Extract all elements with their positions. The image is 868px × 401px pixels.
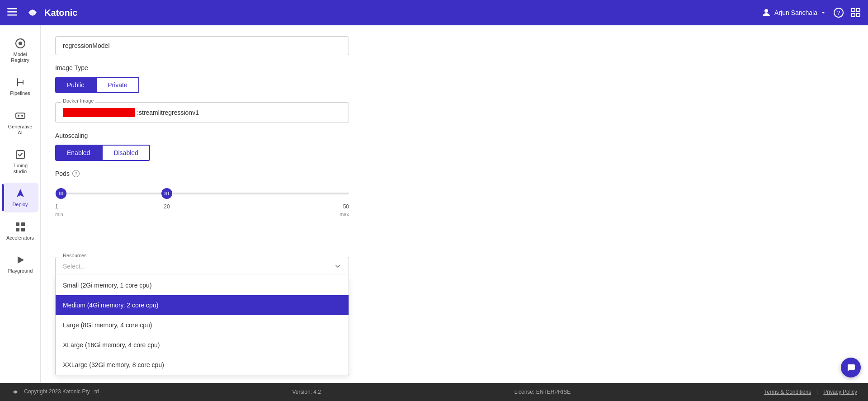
resource-option-medium[interactable]: Medium (4Gi memory, 2 core cpu) [56,295,349,315]
sidebar-item-label-playground: Playground [8,268,33,274]
slider-sub-min: min [55,212,63,217]
sidebar-item-wrap-deploy: Deploy [2,183,38,212]
footer: Copyright 2023 Katonic Pty Ltd Version: … [0,383,868,401]
docker-image-inner: :streamlitregressionv1 [56,103,349,123]
model-name-value: regressionModel [63,42,110,49]
sidebar-item-tuning-studio[interactable]: Tuning studio [2,144,38,179]
sidebar-item-wrap-playground: Playground [2,249,38,278]
docker-red-block [63,108,135,117]
svg-rect-9 [857,14,860,17]
slider-label-mid-value: 20 [164,203,170,210]
svg-rect-17 [21,222,25,226]
svg-text:?: ? [837,9,840,16]
autoscaling-disabled-btn[interactable]: Disabled [102,145,150,161]
resources-dropdown-wrap: Resources Select... Small (2Gi memory, 1… [55,257,349,276]
sidebar: Model Registry Pipelines Generative AI [0,25,41,383]
sidebar-item-accelerators[interactable]: Accelerators [2,216,38,245]
svg-point-14 [21,115,23,117]
resource-option-xlarge[interactable]: XLarge (16Gi memory, 4 core cpu) [56,335,349,355]
resource-option-large[interactable]: Large (8Gi memory, 4 core cpu) [56,315,349,335]
sidebar-item-deploy[interactable]: Deploy [2,183,38,212]
sidebar-item-playground[interactable]: Playground [2,249,38,278]
sidebar-item-label-model-registry: Model Registry [6,52,35,63]
image-type-private-btn[interactable]: Private [96,77,139,93]
chat-icon [846,363,856,373]
docker-image-label: Docker Image [61,98,95,104]
line1 [59,192,60,195]
pods-section: Pods ? [55,170,854,212]
sidebar-item-label-accelerators: Accelerators [6,235,34,241]
resources-dropdown-menu: Small (2Gi memory, 1 core cpu) Medium (4… [55,275,349,375]
resources-label: Resources [61,253,89,258]
svg-rect-8 [852,14,855,17]
svg-rect-19 [21,228,25,231]
svg-point-3 [764,9,768,13]
active-bar [2,184,4,211]
pods-help-icon[interactable]: ? [72,170,80,177]
sidebar-item-label-deploy: Deploy [12,202,28,208]
sidebar-item-label-generative-ai: Generative AI [6,124,35,136]
svg-rect-18 [16,228,19,231]
slider-track [55,193,349,194]
resources-select[interactable]: Select... [56,257,349,275]
footer-copyright: Copyright 2023 Katonic Pty Ltd [11,387,99,396]
user-menu[interactable]: Arjun Sanchala [761,7,826,18]
sidebar-item-wrap-tuning-studio: Tuning studio [2,144,38,179]
autoscaling-label: Autoscaling [55,132,854,139]
autoscaling-enabled-btn[interactable]: Enabled [55,145,102,161]
main-content: regressionModel Image Type Public Privat… [41,25,868,383]
image-type-label: Image Type [55,64,854,71]
docker-image-field: Docker Image :streamlitregressionv1 [55,102,349,123]
slider-label-max-value: 50 [343,203,349,210]
line2 [61,192,61,195]
navbar: Katonic Arjun Sanchala ? [0,0,868,25]
svg-point-11 [19,42,22,45]
pods-label-text: Pods [55,170,70,177]
footer-separator: | [816,389,818,395]
logo-text: Katonic [44,8,77,18]
slider-thumb-min-lines [59,192,63,195]
sidebar-item-wrap-model-registry: Model Registry [2,33,38,68]
sidebar-item-wrap-generative-ai: Generative AI [2,105,38,140]
sidebar-item-pipelines[interactable]: Pipelines [2,71,38,101]
slider-thumb-max-lines [165,192,169,195]
svg-marker-20 [18,256,24,264]
sidebar-item-generative-ai[interactable]: Generative AI [2,105,38,140]
svg-rect-2 [7,14,17,16]
model-name-display: regressionModel [55,36,349,55]
image-type-section: Image Type Public Private [55,64,854,93]
chevron-down-icon [334,263,341,270]
svg-rect-0 [7,8,17,9]
chat-bubble[interactable] [841,358,861,377]
footer-terms-link[interactable]: Terms & Conditions [764,389,811,395]
line3 [62,192,63,195]
image-type-public-btn[interactable]: Public [55,77,96,93]
line1 [165,192,165,195]
app-body: Model Registry Pipelines Generative AI [0,25,868,383]
svg-rect-1 [7,11,17,13]
navbar-left: Katonic [7,5,77,21]
autoscaling-toggle-group: Enabled Disabled [55,145,854,161]
resources-placeholder: Select... [63,263,86,270]
sidebar-item-wrap-accelerators: Accelerators [2,216,38,245]
svg-rect-16 [16,222,19,226]
help-button[interactable]: ? [834,8,844,18]
svg-rect-12 [16,113,25,118]
svg-rect-7 [857,9,860,12]
sidebar-item-model-registry[interactable]: Model Registry [2,33,38,68]
expand-button[interactable] [851,8,861,18]
slider-thumb-max[interactable] [161,188,172,199]
footer-copyright-text: Copyright 2023 Katonic Pty Ltd [24,388,99,395]
slider-wrap: 1 20 50 min max [55,184,349,212]
footer-privacy-link[interactable]: Privacy Policy [823,389,857,395]
navbar-right: Arjun Sanchala ? [761,7,861,18]
footer-version: Version: 4.2 [292,389,321,395]
footer-links: Terms & Conditions | Privacy Policy [764,389,857,395]
pods-label-wrap: Pods ? [55,170,854,177]
resource-option-small[interactable]: Small (2Gi memory, 1 core cpu) [56,275,349,295]
logo: Katonic [24,5,77,21]
slider-thumb-min[interactable] [56,188,66,199]
line3 [168,192,169,195]
menu-icon[interactable] [7,7,17,19]
resource-option-xxlarge[interactable]: XXLarge (32Gi memory, 8 core cpu) [56,355,349,375]
